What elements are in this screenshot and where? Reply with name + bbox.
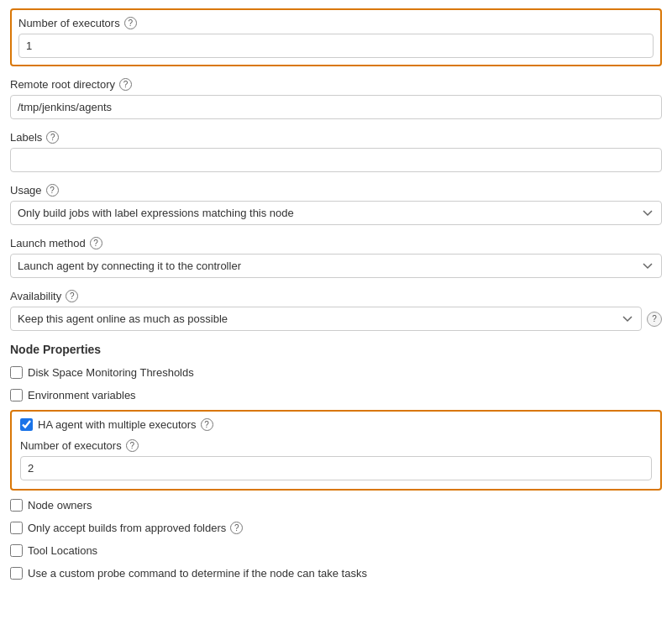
top-executors-input[interactable] (18, 34, 654, 58)
ha-agent-label[interactable]: HA agent with multiple executors ? (38, 418, 213, 431)
availability-select[interactable]: Keep this agent online as much as possib… (10, 307, 642, 331)
availability-help-icon[interactable]: ? (66, 290, 78, 302)
usage-select[interactable]: Only build jobs with label expressions m… (10, 201, 662, 225)
tool-locations-label[interactable]: Tool Locations (28, 544, 97, 557)
env-vars-label[interactable]: Environment variables (28, 389, 136, 401)
ha-header: HA agent with multiple executors ? (20, 418, 652, 431)
remote-root-directory-group: Remote root directory ? (10, 78, 662, 119)
tool-locations-checkbox[interactable] (10, 544, 23, 557)
disk-space-label-text: Disk Space Monitoring Thresholds (28, 366, 194, 379)
tool-locations-row: Tool Locations (10, 543, 662, 559)
availability-side-help-icon[interactable]: ? (647, 312, 662, 327)
launch-method-label-text: Launch method (10, 237, 86, 249)
ha-executors-label: Number of executors ? (20, 439, 652, 452)
node-owners-checkbox[interactable] (10, 499, 23, 512)
ha-agent-label-text: HA agent with multiple executors (38, 418, 197, 431)
env-vars-label-text: Environment variables (28, 389, 136, 401)
availability-label: Availability ? (10, 290, 662, 302)
labels-group: Labels ? (10, 131, 662, 172)
availability-row: Keep this agent online as much as possib… (10, 307, 662, 331)
availability-label-text: Availability (10, 290, 61, 302)
top-executors-label: Number of executors ? (18, 17, 654, 29)
remote-root-label: Remote root directory ? (10, 78, 662, 91)
launch-method-help-icon[interactable]: ? (90, 237, 102, 249)
usage-label-text: Usage (10, 184, 42, 197)
remote-root-label-text: Remote root directory (10, 78, 115, 91)
node-properties-title: Node Properties (10, 343, 662, 356)
approved-folders-row: Only accept builds from approved folders… (10, 520, 662, 536)
labels-label: Labels ? (10, 131, 662, 144)
approved-folders-label-text: Only accept builds from approved folders (28, 522, 226, 534)
ha-executors-label-text: Number of executors (20, 439, 122, 452)
labels-label-text: Labels (10, 131, 42, 144)
node-owners-row: Node owners (10, 497, 662, 513)
approved-folders-label[interactable]: Only accept builds from approved folders… (28, 522, 243, 534)
usage-label: Usage ? (10, 184, 662, 197)
labels-input[interactable] (10, 148, 662, 172)
disk-space-row: Disk Space Monitoring Thresholds (10, 365, 662, 380)
launch-method-select[interactable]: Launch agent by connecting it to the con… (10, 254, 662, 278)
remote-root-input[interactable] (10, 95, 662, 119)
disk-space-label[interactable]: Disk Space Monitoring Thresholds (28, 366, 194, 379)
env-vars-row: Environment variables (10, 387, 662, 403)
availability-group: Availability ? Keep this agent online as… (10, 290, 662, 331)
ha-executors-help-icon[interactable]: ? (126, 439, 139, 452)
ha-section: HA agent with multiple executors ? Numbe… (10, 410, 662, 491)
custom-probe-checkbox[interactable] (10, 567, 23, 580)
approved-folders-checkbox[interactable] (10, 522, 23, 534)
approved-folders-help-icon[interactable]: ? (230, 522, 243, 534)
node-owners-label[interactable]: Node owners (28, 499, 92, 512)
remote-root-help-icon[interactable]: ? (119, 78, 132, 91)
custom-probe-label[interactable]: Use a custom probe command to determine … (28, 567, 367, 580)
node-properties-section: Node Properties Disk Space Monitoring Th… (10, 343, 662, 581)
usage-help-icon[interactable]: ? (46, 184, 59, 197)
ha-executors-input[interactable] (20, 456, 652, 480)
custom-probe-label-text: Use a custom probe command to determine … (28, 567, 367, 580)
disk-space-checkbox[interactable] (10, 366, 23, 379)
top-executors-label-text: Number of executors (18, 17, 120, 29)
tool-locations-label-text: Tool Locations (28, 544, 97, 557)
labels-help-icon[interactable]: ? (46, 131, 59, 144)
ha-nested-executors: Number of executors ? (20, 439, 652, 480)
env-vars-checkbox[interactable] (10, 389, 23, 401)
node-owners-label-text: Node owners (28, 499, 92, 512)
ha-agent-help-icon[interactable]: ? (201, 418, 213, 431)
ha-agent-checkbox[interactable] (20, 418, 33, 431)
custom-probe-row: Use a custom probe command to determine … (10, 565, 662, 581)
top-executors-help-icon[interactable]: ? (124, 17, 137, 29)
launch-method-group: Launch method ? Launch agent by connecti… (10, 237, 662, 278)
top-number-of-executors-section: Number of executors ? (10, 8, 662, 66)
launch-method-label: Launch method ? (10, 237, 662, 249)
usage-group: Usage ? Only build jobs with label expre… (10, 184, 662, 225)
